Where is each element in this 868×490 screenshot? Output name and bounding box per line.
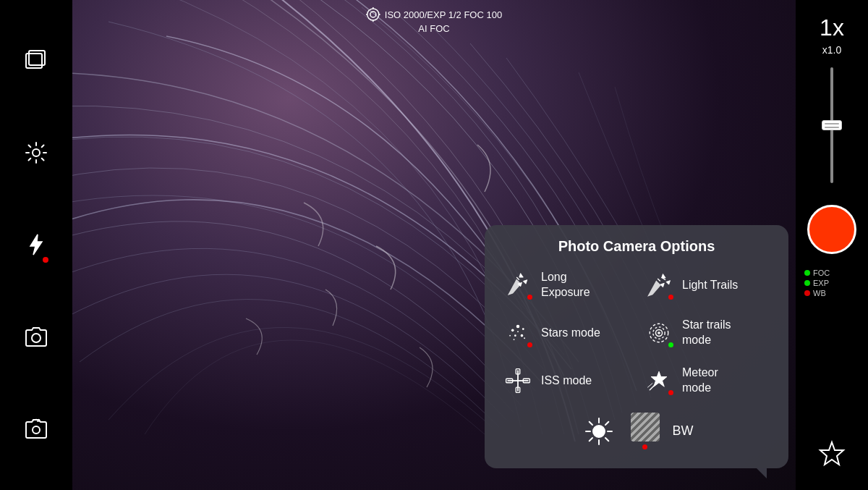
zoom-label: 1x: [820, 14, 844, 41]
star-trails-label: Star trailsmode: [682, 318, 731, 348]
shutter-button[interactable]: [807, 205, 856, 254]
wb-label: WB: [813, 289, 826, 297]
svg-marker-32: [651, 371, 667, 386]
stars-mode-label: Stars mode: [541, 326, 600, 341]
iss-mode-icon: [502, 365, 534, 397]
svg-line-41: [605, 438, 608, 441]
star-trails-mode-icon: [643, 317, 675, 349]
light-trails-icon: [643, 269, 675, 301]
left-sidebar: [0, 0, 72, 490]
exp-dot: [804, 280, 810, 286]
options-panel: Photo Camera Options LongExposure: [485, 225, 788, 468]
iss-mode-label: ISS mode: [541, 373, 592, 389]
favorites-button[interactable]: [814, 436, 850, 472]
option-iss-mode[interactable]: ISS mode: [499, 362, 633, 400]
zoom-thumb[interactable]: [822, 120, 842, 130]
svg-point-18: [517, 331, 519, 332]
wb-indicator: WB: [804, 289, 826, 297]
svg-point-35: [593, 426, 605, 437]
svg-point-14: [516, 325, 520, 329]
svg-point-10: [33, 426, 40, 434]
bw-square-icon: [631, 413, 660, 442]
stars-mode-icon: [502, 317, 534, 349]
svg-line-43: [589, 438, 592, 441]
indicators-panel: FOC EXP WB: [796, 269, 868, 297]
zoom-track: [830, 67, 833, 183]
svg-point-17: [521, 334, 524, 337]
long-exposure-label: LongExposure: [541, 270, 590, 300]
option-stars-mode[interactable]: Stars mode: [499, 314, 633, 352]
zoom-slider[interactable]: [821, 60, 843, 190]
svg-point-21: [514, 339, 515, 340]
wb-dot: [804, 290, 810, 296]
options-bottom: BW: [499, 410, 774, 452]
option-color[interactable]: [580, 413, 618, 450]
option-bw[interactable]: [628, 410, 663, 452]
bw-label: BW: [673, 423, 694, 439]
flash-indicator: [43, 257, 48, 263]
meteor-mode-dot: [668, 390, 673, 395]
foc-label: FOC: [813, 269, 830, 277]
flash-button[interactable]: [18, 227, 54, 263]
option-light-trails[interactable]: Light Trails: [640, 266, 774, 304]
svg-point-15: [522, 328, 524, 330]
long-exposure-dot: [527, 295, 532, 300]
exp-indicator: EXP: [804, 279, 829, 287]
light-trails-dot: [668, 295, 673, 300]
svg-point-19: [509, 335, 511, 337]
camera-button[interactable]: [18, 319, 54, 355]
settings-button[interactable]: [18, 135, 54, 171]
svg-point-9: [32, 334, 41, 342]
foc-indicator: FOC: [804, 269, 830, 277]
right-sidebar: 1x x1.0 FOC EXP WB: [796, 0, 868, 490]
svg-line-34: [648, 384, 652, 387]
svg-marker-11: [820, 442, 843, 465]
options-title: Photo Camera Options: [499, 238, 774, 255]
svg-point-20: [524, 337, 525, 339]
stars-mode-dot: [527, 342, 532, 347]
svg-line-33: [650, 384, 655, 389]
option-meteor-mode[interactable]: Meteormode: [640, 362, 774, 400]
svg-point-13: [511, 329, 514, 332]
svg-line-42: [605, 421, 608, 424]
option-star-trails[interactable]: Star trailsmode: [640, 314, 774, 352]
star-trails-dot: [668, 342, 673, 347]
bw-dot-indicator: [642, 444, 647, 449]
foc-dot: [804, 270, 810, 276]
svg-point-25: [658, 331, 660, 334]
svg-point-8: [33, 149, 40, 156]
light-trails-label: Light Trails: [682, 278, 738, 293]
options-grid: LongExposure Light Trails: [499, 266, 774, 400]
meteor-mode-label: Meteormode: [682, 366, 718, 396]
svg-point-16: [514, 334, 516, 337]
color-mode-icon: [583, 415, 615, 447]
gallery-button[interactable]: [18, 43, 54, 79]
meteor-mode-icon: [643, 365, 675, 397]
flip-camera-button[interactable]: [18, 411, 54, 447]
exp-label: EXP: [813, 279, 829, 287]
long-exposure-icon: [502, 269, 534, 301]
svg-line-40: [589, 421, 592, 424]
zoom-value: x1.0: [822, 44, 841, 56]
option-long-exposure[interactable]: LongExposure: [499, 266, 633, 304]
